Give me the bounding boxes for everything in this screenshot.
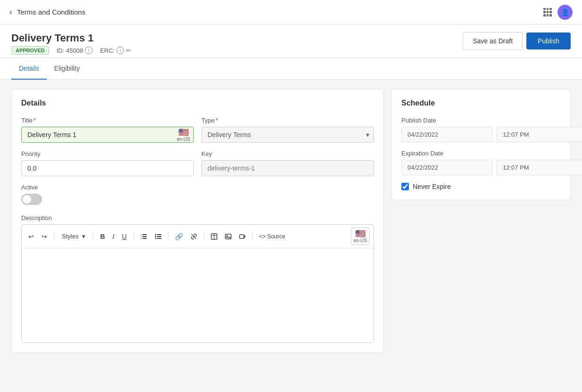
expiration-date-row (401, 160, 561, 175)
user-avatar[interactable]: 👤 (557, 5, 573, 20)
svg-text:3.: 3. (141, 237, 142, 239)
source-icon: <> (259, 233, 266, 240)
toggle-wrapper (21, 194, 374, 205)
back-button[interactable]: ‹ (9, 7, 12, 17)
erc-meta: ERC: i ✏ (100, 47, 132, 54)
styles-chevron-icon: ▾ (82, 233, 85, 240)
editor-wrapper: ↩ ↪ Styles ▾ B I U 1.2.3. (21, 224, 374, 343)
type-select[interactable]: Delivery Terms (201, 127, 374, 143)
unordered-list-button[interactable] (152, 231, 164, 242)
redo-button[interactable]: ↪ (39, 231, 50, 242)
description-label: Description (21, 214, 374, 221)
save-as-draft-button[interactable]: Save as Draft (463, 32, 523, 50)
video-button[interactable] (236, 231, 249, 242)
tab-eligibility[interactable]: Eligibility (47, 58, 87, 80)
svg-point-8 (155, 236, 156, 237)
nav-left: ‹ Terms and Conditions (9, 7, 85, 17)
apps-icon[interactable] (543, 8, 552, 16)
schedule-section-title: Schedule (401, 99, 561, 107)
priority-key-row: Priority Key (21, 150, 374, 176)
image-button[interactable] (222, 231, 234, 242)
key-input[interactable] (201, 160, 374, 176)
expiration-date-label: Expiration Date (401, 150, 561, 157)
svg-rect-1 (142, 236, 147, 237)
active-section: Active (21, 184, 374, 205)
underline-button[interactable]: U (119, 231, 129, 242)
title-input-wrapper: 🇺🇸 en-US (21, 127, 194, 143)
details-card: Details Title* 🇺🇸 en-US Type* (11, 89, 384, 353)
toolbar-sep-1 (54, 232, 54, 241)
never-expire-checkbox[interactable] (401, 183, 409, 190)
svg-rect-18 (240, 235, 244, 238)
svg-rect-0 (142, 234, 147, 235)
priority-input[interactable] (21, 160, 194, 176)
italic-button[interactable]: I (110, 231, 117, 242)
erc-info-icon[interactable]: i (116, 47, 124, 54)
type-group: Type* Delivery Terms (201, 117, 374, 143)
id-text: ID: 45008 (57, 47, 83, 54)
approved-badge: APPROVED (11, 46, 49, 55)
active-label: Active (21, 184, 374, 191)
active-toggle[interactable] (21, 194, 42, 205)
id-meta: ID: 45008 i (57, 47, 92, 54)
toolbar-sep-3 (133, 232, 134, 241)
top-nav: ‹ Terms and Conditions 👤 (0, 0, 582, 24)
title-type-row: Title* 🇺🇸 en-US Type* Delivery Terms (21, 117, 374, 143)
expiration-date-input[interactable] (401, 160, 493, 175)
link-button[interactable]: 🔗 (172, 231, 186, 242)
editor-body[interactable] (22, 248, 374, 343)
details-section-title: Details (21, 99, 374, 107)
title-lang-flag: 🇺🇸 en-US (177, 128, 190, 142)
svg-line-12 (191, 234, 196, 239)
erc-label: ERC: (100, 47, 115, 54)
publish-button[interactable]: Publish (526, 33, 571, 49)
title-row: Delivery Terms 1 (11, 32, 132, 44)
expiration-time-input[interactable] (497, 160, 582, 175)
svg-rect-9 (157, 236, 161, 237)
ordered-list-button[interactable]: 1.2.3. (138, 231, 150, 242)
header-actions: Save as Draft Publish (463, 32, 571, 57)
table-button[interactable] (208, 231, 220, 242)
tab-details[interactable]: Details (11, 58, 47, 80)
key-label: Key (201, 150, 374, 157)
svg-rect-11 (157, 238, 161, 239)
styles-label: Styles (62, 233, 78, 240)
publish-time-input[interactable] (497, 127, 582, 142)
editor-lang-flag[interactable]: 🇺🇸 en-US (351, 228, 370, 245)
toolbar-sep-4 (168, 232, 168, 241)
svg-point-6 (155, 234, 156, 235)
title-group: Title* 🇺🇸 en-US (21, 117, 194, 143)
toolbar-sep-2 (93, 232, 93, 241)
nav-title: Terms and Conditions (17, 8, 85, 16)
never-expire-row: Never Expire (401, 183, 561, 190)
erc-edit-icon[interactable]: ✏ (126, 47, 132, 54)
nav-right: 👤 (543, 5, 573, 20)
undo-button[interactable]: ↩ (25, 231, 37, 242)
header-left: Delivery Terms 1 APPROVED ID: 45008 i ER… (11, 32, 132, 57)
styles-dropdown-button[interactable]: Styles ▾ (58, 231, 89, 242)
never-expire-label[interactable]: Never Expire (413, 183, 451, 190)
title-input[interactable] (21, 127, 194, 143)
bold-button[interactable]: B (97, 231, 108, 242)
toolbar-sep-5 (204, 232, 204, 241)
svg-rect-7 (157, 234, 161, 235)
editor-toolbar: ↩ ↪ Styles ▾ B I U 1.2.3. (22, 225, 374, 248)
publish-date-input[interactable] (401, 127, 493, 142)
unlink-button[interactable] (188, 231, 200, 242)
svg-point-10 (155, 237, 156, 239)
svg-rect-2 (142, 238, 147, 239)
source-button[interactable]: <> Source (257, 231, 288, 242)
priority-group: Priority (21, 150, 194, 176)
page-title: Delivery Terms 1 (11, 32, 93, 44)
page-header: Delivery Terms 1 APPROVED ID: 45008 i ER… (0, 24, 582, 58)
tabs: Details Eligibility (0, 58, 582, 80)
type-select-wrapper: Delivery Terms (201, 127, 374, 143)
toolbar-sep-6 (252, 232, 253, 241)
id-info-icon[interactable]: i (85, 47, 92, 54)
toggle-slider (21, 194, 42, 205)
meta-row: APPROVED ID: 45008 i ERC: i ✏ (11, 46, 132, 57)
description-section: Description ↩ ↪ Styles ▾ B I U 1 (21, 214, 374, 343)
source-label: Source (267, 233, 285, 240)
publish-date-label: Publish Date (401, 117, 561, 124)
schedule-card: Schedule Publish Date Expiration Date Ne… (391, 89, 571, 200)
